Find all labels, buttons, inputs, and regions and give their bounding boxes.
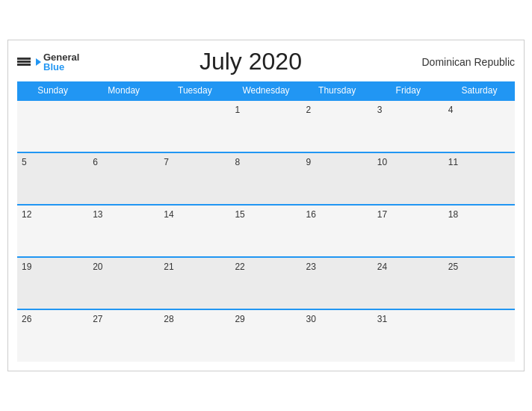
day-number: 27 [93,314,102,324]
logo-general-text: General [43,52,79,62]
week-row-1: 1234 [17,100,515,152]
day-cell-22: 22 [230,257,301,309]
day-cell-11: 11 [444,152,515,205]
day-cell-27: 27 [88,309,159,362]
day-cell-6: 6 [88,152,159,205]
day-cell-3: 3 [373,100,444,152]
day-number: 11 [448,157,458,167]
logo-triangle-icon [36,58,41,66]
weekday-header-sunday: Sunday [17,81,88,100]
day-number: 22 [235,262,244,272]
day-number: 8 [235,157,240,167]
day-number: 3 [377,105,383,115]
calendar-country: Dominican Republic [421,56,515,68]
day-cell-13: 13 [88,205,159,257]
day-cell-30: 30 [302,309,373,362]
day-number: 15 [235,209,244,220]
day-number: 1 [235,105,240,115]
weekday-header-friday: Friday [373,81,444,100]
calendar-title: July 2020 [79,48,421,75]
day-cell-9: 9 [302,152,373,205]
week-row-2: 567891011 [17,152,515,205]
week-row-3: 12131415161718 [17,205,515,257]
day-number: 14 [164,209,173,220]
day-number: 31 [377,314,387,324]
day-number: 19 [22,262,31,272]
weekday-header-tuesday: Tuesday [159,81,230,100]
day-cell-26: 26 [17,309,88,362]
logo: General Blue [17,52,79,72]
day-cell-15: 15 [230,205,301,257]
day-cell-10: 10 [373,152,444,205]
day-cell-21: 21 [159,257,230,309]
day-number: 7 [164,157,169,167]
day-cell-5: 5 [17,152,88,205]
day-number: 28 [164,314,173,324]
day-number: 18 [448,209,458,220]
day-cell-19: 19 [17,257,88,309]
day-cell-2: 2 [302,100,373,152]
weekday-header-monday: Monday [88,81,159,100]
day-number: 6 [93,157,98,167]
day-number: 24 [377,262,387,272]
day-cell-16: 16 [302,205,373,257]
week-row-4: 19202122232425 [17,257,515,309]
day-number: 16 [306,209,316,220]
day-cell-12: 12 [17,205,88,257]
weekday-header-thursday: Thursday [302,81,373,100]
day-cell-24: 24 [373,257,444,309]
day-number: 20 [93,262,102,272]
logo-lines [17,58,31,66]
day-number: 13 [93,209,102,220]
empty-cell [88,100,159,152]
day-cell-31: 31 [373,309,444,362]
day-number: 29 [235,314,244,324]
day-number: 30 [306,314,316,324]
logo-text: General Blue [43,52,79,72]
day-number: 2 [306,105,312,115]
day-number: 25 [448,262,458,272]
day-cell-4: 4 [444,100,515,152]
day-cell-28: 28 [159,309,230,362]
calendar-header: General Blue July 2020 Dominican Republi… [17,48,515,75]
day-number: 21 [164,262,173,272]
empty-cell [444,309,515,362]
day-cell-25: 25 [444,257,515,309]
calendar-table: SundayMondayTuesdayWednesdayThursdayFrid… [17,81,515,362]
day-cell-17: 17 [373,205,444,257]
day-cell-23: 23 [302,257,373,309]
day-cell-18: 18 [444,205,515,257]
day-number: 17 [377,209,387,220]
day-cell-7: 7 [159,152,230,205]
weekday-header-row: SundayMondayTuesdayWednesdayThursdayFrid… [17,81,515,100]
day-number: 9 [306,157,312,167]
weekday-header-wednesday: Wednesday [230,81,301,100]
day-cell-29: 29 [230,309,301,362]
calendar: General Blue July 2020 Dominican Republi… [7,40,525,371]
day-cell-14: 14 [159,205,230,257]
day-cell-20: 20 [88,257,159,309]
day-cell-8: 8 [230,152,301,205]
day-number: 23 [306,262,316,272]
logo-blue-text: Blue [43,62,79,72]
day-number: 4 [448,105,454,115]
day-cell-1: 1 [230,100,301,152]
day-number: 5 [22,157,27,167]
day-number: 12 [22,209,31,220]
week-row-5: 262728293031 [17,309,515,362]
empty-cell [17,100,88,152]
day-number: 26 [22,314,31,324]
empty-cell [159,100,230,152]
day-number: 10 [377,157,387,167]
weekday-header-saturday: Saturday [444,81,515,100]
